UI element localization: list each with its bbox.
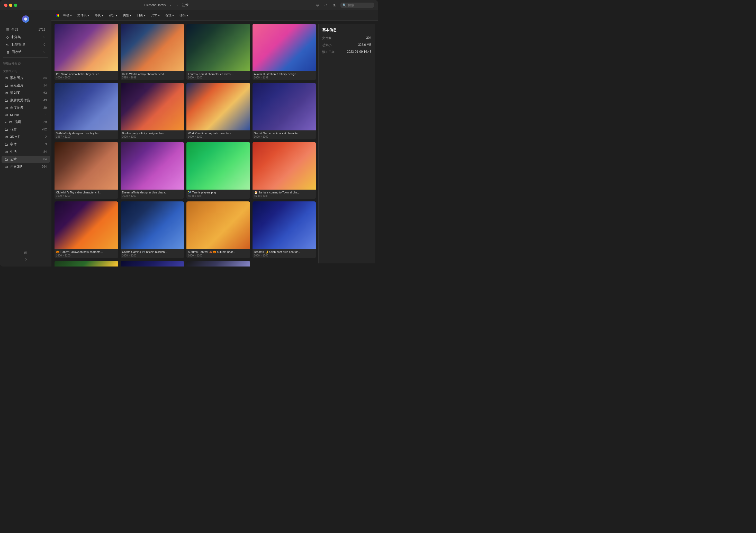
- settings-icon[interactable]: ⊞: [24, 250, 28, 255]
- tags-chevron-icon: ▾: [70, 14, 72, 17]
- sidebar-item-folder-5[interactable]: 🗂 Music 1: [2, 112, 50, 118]
- filter-folder[interactable]: 文件夹 ▾: [76, 12, 91, 18]
- titlebar-center: Element Library ‹ › 艺术: [19, 3, 313, 8]
- sidebar-item-folder-6[interactable]: ▶ 🗂 视频 29: [2, 118, 50, 126]
- grid-item[interactable]: 🎾 Tennis players.png 1600 × 1200: [186, 142, 250, 199]
- folders-list: 🗂 素材图片 84 🗂 色光图片 14 🗂 策划案 63 🗂 潮牌优秀作品 43…: [0, 74, 51, 171]
- shape-chevron-icon: ▾: [101, 14, 103, 17]
- sidebar-item-folder-11[interactable]: 🗂 艺术 304: [2, 155, 50, 163]
- grid-item-title: Avatar Illustration 2 affinity design...: [254, 72, 314, 76]
- grid-item[interactable]: Work Overtime boy cat character c... 160…: [186, 83, 250, 139]
- type-chevron-icon: ▾: [130, 14, 131, 17]
- type-label: 类型: [123, 13, 129, 17]
- grid-item[interactable]: Pet Salon animal baber boy cat ch... 400…: [55, 24, 118, 80]
- search-input[interactable]: [348, 3, 372, 7]
- folder-count: 14: [43, 84, 47, 87]
- folder-count: 3: [45, 143, 47, 146]
- grid-item-title: 3 AM affinity designer blue boy bu...: [56, 132, 117, 135]
- folder-icon: 🗂: [5, 135, 8, 139]
- folder-label: 生活: [10, 150, 17, 154]
- grid-main: Pet Salon animal baber boy cat ch... 400…: [55, 24, 316, 264]
- sidebar-item-folder-12[interactable]: 🗂 元素GIF 264: [2, 163, 50, 170]
- total-size-label: 总大小: [322, 43, 332, 47]
- sidebar-item-uncat[interactable]: ◇ 未分类 0: [3, 34, 48, 41]
- grid-item-info: 🎾 Tennis players.png 1600 × 1200: [186, 190, 250, 199]
- grid-item-size: 1600 × 1200: [122, 254, 182, 257]
- minimize-button[interactable]: [9, 4, 12, 7]
- grid-item[interactable]: Hello World! ar boy character cod... 359…: [121, 24, 184, 80]
- grid-item[interactable]: Space adventure 1600 × 1200: [121, 261, 184, 267]
- folder-label: 视频: [14, 120, 21, 124]
- grid-item[interactable]: 🎃 Happy Halloween bats characte... 1600 …: [55, 201, 118, 258]
- color-filter[interactable]: [56, 14, 59, 17]
- filter-shape[interactable]: 形状 ▾: [93, 12, 105, 18]
- folder-chevron-icon: ▾: [88, 14, 89, 17]
- grid-item[interactable]: Bonfire party affinity designer ban... 1…: [121, 83, 184, 139]
- main-layout: ☰ 全部 1712 ◇ 未分类 0 🏷 标签管理 0: [0, 10, 378, 266]
- nav-back-button[interactable]: ‹: [169, 3, 172, 8]
- sidebar-item-folder-2[interactable]: 🗂 策划案 63: [2, 89, 50, 97]
- sidebar-item-folder-1[interactable]: 🗂 色光图片 14: [2, 82, 50, 89]
- grid-item-title: Autumn Harvest 🍂🎃 autumn bear...: [188, 250, 248, 254]
- filter-size[interactable]: 尺寸 ▾: [150, 12, 161, 18]
- nav-forward-button[interactable]: ›: [176, 3, 179, 8]
- fullscreen-button[interactable]: [14, 4, 17, 7]
- grid-item-info: 🎅 Santa is coming to Town ai cha... 1600…: [253, 190, 316, 199]
- sidebar-item-folder-9[interactable]: 🗂 字体 3: [2, 141, 50, 148]
- folder-icon: 🗂: [5, 127, 8, 131]
- grid-item-info: Fantasy Forest character elf elves ... 1…: [186, 71, 250, 80]
- sidebar-item-folder-4[interactable]: 🗂 角度参考 39: [2, 104, 50, 111]
- filter-link[interactable]: 链接 ▾: [178, 12, 190, 18]
- help-icon[interactable]: ?: [24, 257, 27, 263]
- grid-item[interactable]: 🎅 Santa is coming to Town ai cha... 1600…: [253, 142, 316, 199]
- folder-icon: 🗂: [5, 76, 8, 80]
- sidebar-item-folder-3[interactable]: 🗂 潮牌优秀作品 43: [2, 97, 50, 104]
- avatar[interactable]: [22, 15, 29, 23]
- grid-item-info: Crypto Gaming 🎮 bitcoin blockch... 1600 …: [121, 249, 184, 258]
- sidebar-item-all[interactable]: ☰ 全部 1712: [3, 26, 48, 33]
- clear-icon[interactable]: ⊘: [315, 3, 320, 8]
- arrow-icon: ▶: [5, 121, 7, 124]
- grid-item[interactable]: Avatar Illustration 2 affinity design...…: [253, 24, 316, 80]
- grid-item[interactable]: Old Alvin's Toy cabin character chi... 1…: [55, 142, 118, 199]
- filter-rating[interactable]: 评分 ▾: [107, 12, 119, 18]
- sidebar-item-folder-10[interactable]: 🗂 生活 84: [2, 148, 50, 155]
- grid-item[interactable]: Dream affinity designer blue chara... 16…: [121, 142, 184, 199]
- grid-item-info: 🎃 Happy Halloween bats characte... 1600 …: [55, 249, 118, 258]
- grid-item[interactable]: 3 AM affinity designer blue boy bu... 15…: [55, 83, 118, 139]
- filter-bar: 标签 ▾ 文件夹 ▾ 形状 ▾ 评分 ▾ 类型 ▾ 日期 ▾: [51, 10, 378, 20]
- grid-item[interactable]: Dreams 🌙 asian boat blue boat dr... 1600…: [253, 201, 316, 258]
- grid-item[interactable]: Light burst 1600 × 1200: [186, 261, 250, 267]
- uncat-icon: ◇: [6, 35, 9, 39]
- filter-date[interactable]: 日期 ▾: [136, 12, 147, 18]
- sidebar-item-tags[interactable]: 🏷 标签管理 0: [3, 41, 48, 48]
- filter-remark[interactable]: 备注 ▾: [164, 12, 176, 18]
- sidebar-item-trash[interactable]: 🗑 回收站 0: [3, 48, 48, 56]
- sidebar-item-folder-8[interactable]: 🗂 3D文件 2: [2, 133, 50, 140]
- sidebar: ☰ 全部 1712 ◇ 未分类 0 🏷 标签管理 0: [0, 10, 51, 266]
- grid-item-title: Fantasy Forest character elf elves ...: [188, 72, 248, 76]
- filter-type[interactable]: 类型 ▾: [122, 12, 133, 18]
- grid-item-title: Dream affinity designer blue chara...: [122, 191, 182, 194]
- grid-item-title: 🎃 Happy Halloween bats characte...: [56, 250, 117, 254]
- grid-item[interactable]: Autumn Harvest 🍂🎃 autumn bear... 1600 × …: [186, 201, 250, 258]
- swap-icon[interactable]: ⇄: [324, 3, 328, 8]
- folder-icon: 🗂: [9, 120, 12, 124]
- sidebar-item-folder-7[interactable]: 🗂 花瓣 782: [2, 126, 50, 133]
- grid-item[interactable]: Cactus festival 1600 × 1200: [55, 261, 118, 267]
- rating-label: 评分: [109, 13, 115, 17]
- file-count-value: 304: [366, 36, 371, 40]
- sidebar-tag-count: 0: [43, 43, 45, 46]
- filter-icon[interactable]: ⚗: [332, 3, 336, 8]
- add-date-label: 添加日期: [322, 50, 335, 54]
- grid-item[interactable]: Fantasy Forest character elf elves ... 1…: [186, 24, 250, 80]
- sidebar-item-folder-0[interactable]: 🗂 素材图片 84: [2, 74, 50, 82]
- grid-item[interactable]: Secret Garden animal cat characte... 160…: [253, 83, 316, 139]
- folder-count: 1: [45, 113, 47, 117]
- close-button[interactable]: [4, 4, 8, 7]
- file-count-label: 文件数: [322, 36, 332, 41]
- folder-count: 84: [43, 150, 47, 154]
- filter-tags[interactable]: 标签 ▾: [62, 12, 73, 18]
- grid-item[interactable]: Crypto Gaming 🎮 bitcoin blockch... 1600 …: [121, 201, 184, 258]
- folder-icon: 🗂: [5, 165, 8, 169]
